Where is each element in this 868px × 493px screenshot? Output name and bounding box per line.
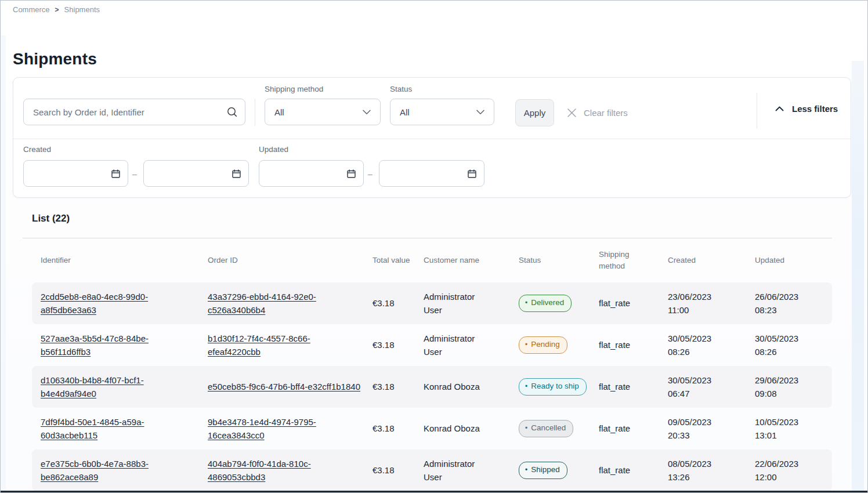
- window-bottom-edge: [1, 491, 867, 492]
- column-header-identifier: Identifier: [41, 255, 208, 266]
- clear-filters-button[interactable]: Clear filters: [563, 99, 631, 126]
- shipping-method-cell: flat_rate: [599, 296, 668, 310]
- created-to-input[interactable]: [152, 168, 232, 179]
- breadcrumb-item-shipments[interactable]: Shipments: [64, 5, 100, 14]
- created-cell: 09/05/2023 20:33: [668, 415, 733, 443]
- identifier-link[interactable]: d106340b-b4b8-4f07-bcf1-b4e4d9af94e0: [41, 375, 144, 398]
- search-box: [23, 99, 245, 125]
- search-input[interactable]: [32, 107, 226, 118]
- status-value: All: [400, 107, 410, 117]
- calendar-icon[interactable]: [232, 169, 241, 179]
- identifier-link[interactable]: 7df9f4bd-50e1-4845-a59a-60d3acbeb115: [41, 417, 144, 440]
- customer-name-cell: Administrator User: [424, 332, 497, 359]
- apply-button[interactable]: Apply: [515, 99, 554, 126]
- updated-cell: 29/06/2023 09:08: [755, 374, 820, 401]
- customer-name-cell: Administrator User: [424, 290, 497, 317]
- status-badge: Cancelled: [519, 420, 573, 437]
- status-label: Status: [390, 85, 412, 93]
- updated-from-field: [259, 160, 364, 187]
- status-badge: Delivered: [519, 295, 572, 312]
- list-title: List (22): [32, 213, 832, 224]
- identifier-link[interactable]: 2cdd5eb8-e8a0-4ec8-99d0-a8f5db6e3a63: [41, 292, 148, 315]
- less-filters-toggle[interactable]: Less filters: [772, 103, 841, 114]
- table-row: 7df9f4bd-50e1-4845-a59a-60d3acbeb115 9b4…: [32, 408, 832, 449]
- created-filter-label: Created: [23, 145, 51, 154]
- chevron-down-icon: [476, 110, 484, 115]
- identifier-link[interactable]: 527aae3a-5b5d-47c8-84be-b56f11d6ffb3: [41, 334, 149, 357]
- updated-to-input[interactable]: [388, 168, 467, 179]
- total-value-cell: €3.18: [372, 463, 424, 477]
- total-value-cell: €3.18: [372, 380, 424, 393]
- table-row: d106340b-b4b8-4f07-bcf1-b4e4d9af94e0 e50…: [32, 366, 832, 408]
- calendar-icon[interactable]: [111, 169, 121, 179]
- column-header-status: Status: [519, 255, 599, 266]
- created-from-field: [23, 160, 128, 187]
- shipments-page: Commerce > Shipments Shipments Shipping …: [0, 0, 868, 493]
- calendar-icon[interactable]: [467, 169, 477, 179]
- total-value-cell: €3.18: [372, 422, 424, 435]
- shipping-method-select[interactable]: All: [265, 99, 381, 125]
- search-icon: [226, 106, 238, 118]
- created-cell: 08/05/2023 13:26: [668, 457, 733, 484]
- status-select[interactable]: All: [390, 99, 494, 125]
- identifier-link[interactable]: e7e375cb-6b0b-4e7a-88b3-be862ace8a89: [41, 459, 149, 482]
- created-cell: 23/06/2023 11:00: [668, 290, 733, 317]
- total-value-cell: €3.18: [372, 338, 424, 351]
- shipping-method-cell: flat_rate: [599, 338, 668, 351]
- status-badge: Shipped: [519, 462, 567, 479]
- column-header-shipping-method: Shipping method: [599, 249, 668, 271]
- customer-name-cell: Konrad Oboza: [424, 422, 497, 435]
- order-id-link[interactable]: 43a37296-ebbd-4164-92e0-c526a340b6b4: [208, 292, 316, 315]
- order-id-link[interactable]: 9b4e3478-1e4d-4974-9795-16cea3843cc0: [208, 417, 316, 440]
- shipments-list: List (22) Identifier Order ID Total valu…: [23, 205, 832, 491]
- updated-cell: 22/06/2023 12:00: [755, 457, 820, 484]
- updated-cell: 10/05/2023 13:01: [755, 415, 820, 443]
- order-id-link[interactable]: e50ceb85-f9c6-47b6-bff4-e32cff1b1840: [208, 382, 360, 392]
- shipping-method-cell: flat_rate: [599, 422, 668, 435]
- customer-name-cell: Konrad Oboza: [424, 380, 497, 393]
- page-edge-right: [852, 61, 864, 491]
- filter-divider-2: [757, 93, 757, 129]
- table-row: e7e375cb-6b0b-4e7a-88b3-be862ace8a89 404…: [32, 449, 832, 491]
- updated-to-field: [379, 160, 484, 187]
- created-from-input[interactable]: [32, 168, 111, 179]
- close-icon: [567, 108, 577, 118]
- status-badge: Pending: [519, 336, 567, 354]
- order-id-link[interactable]: b1d30f12-7f4c-4557-8c66-efeaf4220cbb: [208, 334, 310, 357]
- clear-filters-label: Clear filters: [584, 108, 628, 118]
- table-row: 2cdd5eb8-e8a0-4ec8-99d0-a8f5db6e3a63 43a…: [32, 282, 832, 324]
- shipping-method-label: Shipping method: [265, 85, 323, 93]
- updated-cell: 30/05/2023 08:26: [755, 332, 820, 359]
- page-edge-left: [1, 35, 6, 491]
- customer-name-cell: Administrator User: [424, 457, 497, 484]
- table-row: 527aae3a-5b5d-47c8-84be-b56f11d6ffb3 b1d…: [32, 324, 832, 366]
- filters-panel: Shipping method All Status All Apply: [13, 77, 851, 198]
- column-header-customer-name: Customer name: [424, 255, 519, 266]
- table-header: Identifier Order ID Total value Customer…: [32, 238, 832, 282]
- filter-divider-1: [255, 99, 255, 126]
- status-badge: Ready to ship: [519, 378, 587, 396]
- total-value-cell: €3.18: [372, 296, 424, 310]
- column-header-total-value: Total value: [372, 255, 424, 266]
- order-id-link[interactable]: 404ab794-f0f0-41da-810c-4869053cbbd3: [208, 459, 311, 482]
- column-header-order-id: Order ID: [208, 255, 372, 266]
- calendar-icon[interactable]: [346, 169, 356, 179]
- chevron-down-icon: [363, 110, 371, 115]
- breadcrumb-item-commerce[interactable]: Commerce: [13, 5, 50, 14]
- created-to-field: [143, 160, 249, 187]
- chevron-up-icon: [775, 106, 784, 111]
- updated-from-input[interactable]: [267, 168, 346, 179]
- column-header-updated: Updated: [755, 255, 832, 266]
- created-range-dash: –: [132, 169, 137, 179]
- less-filters-label: Less filters: [792, 104, 838, 114]
- created-cell: 30/05/2023 06:47: [668, 374, 733, 401]
- updated-filter-label: Updated: [259, 145, 288, 154]
- shipping-method-value: All: [274, 107, 284, 117]
- updated-range-dash: –: [368, 169, 372, 179]
- shipping-method-cell: flat_rate: [599, 380, 668, 393]
- filter-rows-divider: [13, 139, 851, 139]
- created-cell: 30/05/2023 08:26: [668, 332, 733, 359]
- updated-cell: 26/06/2023 08:23: [755, 290, 820, 317]
- breadcrumb: Commerce > Shipments: [13, 5, 100, 14]
- column-header-created: Created: [668, 255, 755, 266]
